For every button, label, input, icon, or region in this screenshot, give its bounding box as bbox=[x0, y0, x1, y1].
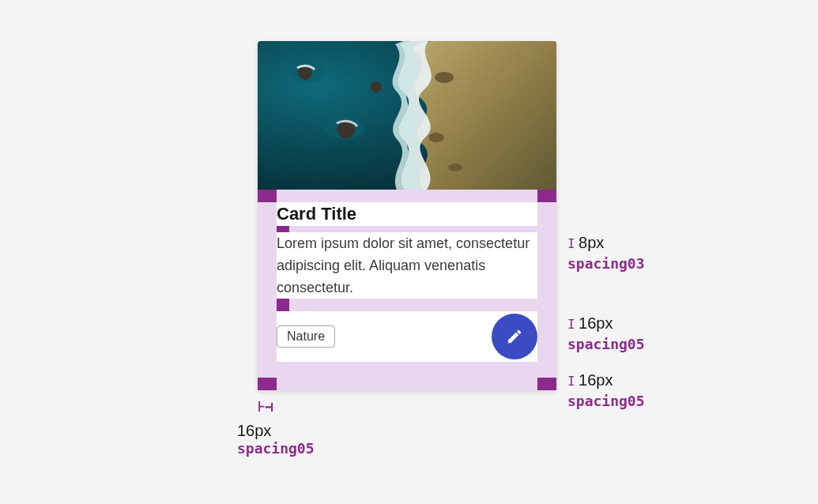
annotation-token: spacing05 bbox=[567, 336, 645, 352]
marker-top-right bbox=[537, 190, 556, 202]
annotation-token: spacing05 bbox=[237, 440, 315, 457]
svg-point-2 bbox=[428, 133, 444, 142]
annotation-px: 16px bbox=[579, 314, 613, 332]
tag-nature[interactable]: Nature bbox=[277, 325, 335, 348]
card-body: Lorem ipsum dolor sit amet, consectetur … bbox=[277, 232, 537, 299]
annotation-gap-16: I 16px spacing05 bbox=[567, 314, 645, 352]
annotation-gap-8: I 8px spacing03 bbox=[567, 234, 645, 272]
pencil-icon bbox=[506, 328, 523, 345]
annotation-padding-left: 16px spacing05 bbox=[237, 417, 315, 457]
padding-top-highlight bbox=[258, 190, 556, 202]
annotation-px: 16px bbox=[579, 371, 613, 389]
padding-left-highlight bbox=[258, 190, 277, 390]
card-footer: Nature bbox=[277, 311, 537, 362]
svg-point-8 bbox=[371, 81, 382, 92]
horizontal-measure-icon: ⊦⊣ bbox=[258, 398, 273, 415]
card: Card Title Lorem ipsum dolor sit amet, c… bbox=[258, 41, 556, 390]
edit-button[interactable] bbox=[492, 314, 537, 359]
vertical-measure-icon: I bbox=[567, 236, 575, 251]
svg-point-1 bbox=[435, 72, 454, 83]
marker-bottom-right bbox=[537, 378, 556, 390]
annotation-padding-bottom: I 16px spacing05 bbox=[567, 371, 645, 409]
svg-point-3 bbox=[448, 164, 462, 171]
card-content: Card Title Lorem ipsum dolor sit amet, c… bbox=[277, 202, 537, 362]
padding-bottom-highlight bbox=[258, 362, 556, 390]
marker-top-left bbox=[258, 190, 277, 202]
vertical-measure-icon: I bbox=[567, 317, 575, 332]
annotation-px: 16px bbox=[237, 422, 315, 440]
annotation-token: spacing05 bbox=[567, 393, 645, 409]
card-title: Card Title bbox=[277, 202, 537, 226]
card-image bbox=[258, 41, 556, 190]
marker-bottom-left bbox=[258, 378, 277, 390]
padding-right-highlight bbox=[537, 190, 556, 390]
annotation-px: 8px bbox=[579, 234, 604, 251]
annotation-token: spacing03 bbox=[567, 255, 645, 272]
coastline-image bbox=[258, 41, 556, 190]
vertical-measure-icon: I bbox=[567, 374, 575, 389]
